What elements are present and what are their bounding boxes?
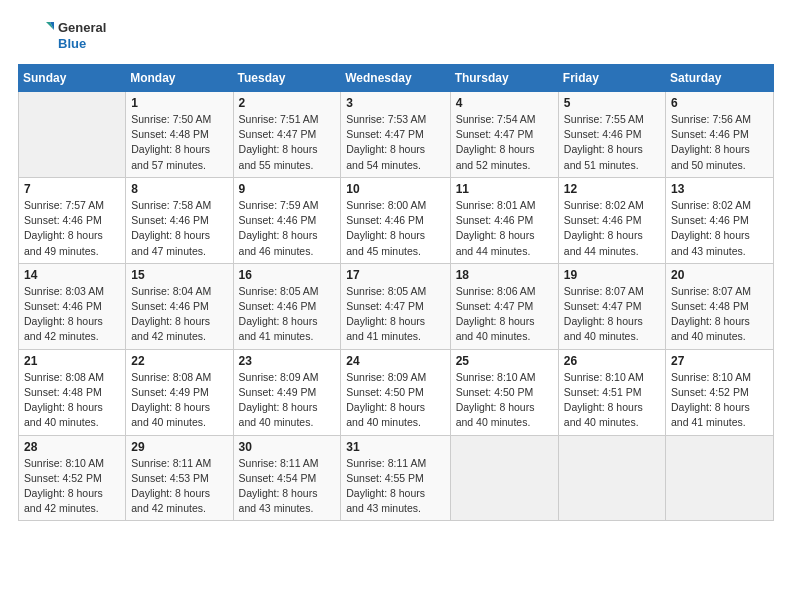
day-info: Sunrise: 8:10 AMSunset: 4:51 PMDaylight:… (564, 370, 660, 431)
weekday-header: Tuesday (233, 65, 341, 92)
calendar-cell: 27Sunrise: 8:10 AMSunset: 4:52 PMDayligh… (666, 349, 774, 435)
calendar-cell (19, 92, 126, 178)
calendar-cell: 9Sunrise: 7:59 AMSunset: 4:46 PMDaylight… (233, 177, 341, 263)
day-number: 23 (239, 354, 336, 368)
day-info: Sunrise: 7:57 AMSunset: 4:46 PMDaylight:… (24, 198, 120, 259)
day-number: 18 (456, 268, 553, 282)
calendar-table: SundayMondayTuesdayWednesdayThursdayFrid… (18, 64, 774, 521)
day-number: 4 (456, 96, 553, 110)
page: General Blue SundayMondayTuesdayWednesda… (0, 0, 792, 612)
day-number: 28 (24, 440, 120, 454)
calendar-cell: 23Sunrise: 8:09 AMSunset: 4:49 PMDayligh… (233, 349, 341, 435)
day-info: Sunrise: 8:10 AMSunset: 4:50 PMDaylight:… (456, 370, 553, 431)
day-info: Sunrise: 7:53 AMSunset: 4:47 PMDaylight:… (346, 112, 444, 173)
day-info: Sunrise: 8:09 AMSunset: 4:50 PMDaylight:… (346, 370, 444, 431)
day-number: 29 (131, 440, 227, 454)
day-info: Sunrise: 7:55 AMSunset: 4:46 PMDaylight:… (564, 112, 660, 173)
day-number: 12 (564, 182, 660, 196)
calendar-week-row: 28Sunrise: 8:10 AMSunset: 4:52 PMDayligh… (19, 435, 774, 521)
calendar-cell (558, 435, 665, 521)
calendar-cell: 11Sunrise: 8:01 AMSunset: 4:46 PMDayligh… (450, 177, 558, 263)
day-info: Sunrise: 7:56 AMSunset: 4:46 PMDaylight:… (671, 112, 768, 173)
day-info: Sunrise: 8:11 AMSunset: 4:54 PMDaylight:… (239, 456, 336, 517)
day-info: Sunrise: 8:09 AMSunset: 4:49 PMDaylight:… (239, 370, 336, 431)
calendar-cell: 2Sunrise: 7:51 AMSunset: 4:47 PMDaylight… (233, 92, 341, 178)
day-info: Sunrise: 8:06 AMSunset: 4:47 PMDaylight:… (456, 284, 553, 345)
day-info: Sunrise: 7:54 AMSunset: 4:47 PMDaylight:… (456, 112, 553, 173)
day-info: Sunrise: 8:11 AMSunset: 4:55 PMDaylight:… (346, 456, 444, 517)
day-info: Sunrise: 8:08 AMSunset: 4:49 PMDaylight:… (131, 370, 227, 431)
day-number: 27 (671, 354, 768, 368)
calendar-cell: 25Sunrise: 8:10 AMSunset: 4:50 PMDayligh… (450, 349, 558, 435)
calendar-cell (666, 435, 774, 521)
calendar-cell: 12Sunrise: 8:02 AMSunset: 4:46 PMDayligh… (558, 177, 665, 263)
calendar-cell: 24Sunrise: 8:09 AMSunset: 4:50 PMDayligh… (341, 349, 450, 435)
day-info: Sunrise: 7:58 AMSunset: 4:46 PMDaylight:… (131, 198, 227, 259)
calendar-cell: 8Sunrise: 7:58 AMSunset: 4:46 PMDaylight… (126, 177, 233, 263)
calendar-cell: 29Sunrise: 8:11 AMSunset: 4:53 PMDayligh… (126, 435, 233, 521)
calendar-cell: 14Sunrise: 8:03 AMSunset: 4:46 PMDayligh… (19, 263, 126, 349)
day-number: 2 (239, 96, 336, 110)
calendar-cell: 13Sunrise: 8:02 AMSunset: 4:46 PMDayligh… (666, 177, 774, 263)
day-info: Sunrise: 8:07 AMSunset: 4:47 PMDaylight:… (564, 284, 660, 345)
calendar-body: 1Sunrise: 7:50 AMSunset: 4:48 PMDaylight… (19, 92, 774, 521)
weekday-row: SundayMondayTuesdayWednesdayThursdayFrid… (19, 65, 774, 92)
calendar-week-row: 14Sunrise: 8:03 AMSunset: 4:46 PMDayligh… (19, 263, 774, 349)
day-info: Sunrise: 7:59 AMSunset: 4:46 PMDaylight:… (239, 198, 336, 259)
logo-blue: Blue (58, 36, 106, 52)
day-info: Sunrise: 8:04 AMSunset: 4:46 PMDaylight:… (131, 284, 227, 345)
day-number: 26 (564, 354, 660, 368)
weekday-header: Saturday (666, 65, 774, 92)
day-number: 15 (131, 268, 227, 282)
day-number: 19 (564, 268, 660, 282)
calendar-cell: 4Sunrise: 7:54 AMSunset: 4:47 PMDaylight… (450, 92, 558, 178)
calendar-cell: 26Sunrise: 8:10 AMSunset: 4:51 PMDayligh… (558, 349, 665, 435)
calendar-cell: 30Sunrise: 8:11 AMSunset: 4:54 PMDayligh… (233, 435, 341, 521)
logo-general: General (58, 20, 106, 36)
day-number: 3 (346, 96, 444, 110)
weekday-header: Monday (126, 65, 233, 92)
day-info: Sunrise: 7:50 AMSunset: 4:48 PMDaylight:… (131, 112, 227, 173)
day-info: Sunrise: 8:03 AMSunset: 4:46 PMDaylight:… (24, 284, 120, 345)
day-number: 5 (564, 96, 660, 110)
day-number: 13 (671, 182, 768, 196)
calendar-cell: 19Sunrise: 8:07 AMSunset: 4:47 PMDayligh… (558, 263, 665, 349)
weekday-header: Friday (558, 65, 665, 92)
calendar-cell (450, 435, 558, 521)
calendar-cell: 17Sunrise: 8:05 AMSunset: 4:47 PMDayligh… (341, 263, 450, 349)
weekday-header: Sunday (19, 65, 126, 92)
calendar-cell: 28Sunrise: 8:10 AMSunset: 4:52 PMDayligh… (19, 435, 126, 521)
day-info: Sunrise: 8:00 AMSunset: 4:46 PMDaylight:… (346, 198, 444, 259)
day-number: 11 (456, 182, 553, 196)
day-info: Sunrise: 8:02 AMSunset: 4:46 PMDaylight:… (564, 198, 660, 259)
day-number: 8 (131, 182, 227, 196)
day-info: Sunrise: 7:51 AMSunset: 4:47 PMDaylight:… (239, 112, 336, 173)
day-number: 31 (346, 440, 444, 454)
calendar-cell: 1Sunrise: 7:50 AMSunset: 4:48 PMDaylight… (126, 92, 233, 178)
day-number: 6 (671, 96, 768, 110)
header: General Blue (18, 18, 774, 54)
day-number: 21 (24, 354, 120, 368)
day-number: 1 (131, 96, 227, 110)
logo-text: General Blue (58, 20, 106, 51)
calendar-cell: 21Sunrise: 8:08 AMSunset: 4:48 PMDayligh… (19, 349, 126, 435)
day-info: Sunrise: 8:01 AMSunset: 4:46 PMDaylight:… (456, 198, 553, 259)
day-number: 16 (239, 268, 336, 282)
logo: General Blue (18, 18, 106, 54)
calendar-cell: 5Sunrise: 7:55 AMSunset: 4:46 PMDaylight… (558, 92, 665, 178)
calendar-week-row: 7Sunrise: 7:57 AMSunset: 4:46 PMDaylight… (19, 177, 774, 263)
day-number: 24 (346, 354, 444, 368)
day-info: Sunrise: 8:02 AMSunset: 4:46 PMDaylight:… (671, 198, 768, 259)
day-number: 9 (239, 182, 336, 196)
day-info: Sunrise: 8:05 AMSunset: 4:46 PMDaylight:… (239, 284, 336, 345)
calendar-cell: 3Sunrise: 7:53 AMSunset: 4:47 PMDaylight… (341, 92, 450, 178)
calendar-cell: 10Sunrise: 8:00 AMSunset: 4:46 PMDayligh… (341, 177, 450, 263)
day-info: Sunrise: 8:05 AMSunset: 4:47 PMDaylight:… (346, 284, 444, 345)
calendar-week-row: 21Sunrise: 8:08 AMSunset: 4:48 PMDayligh… (19, 349, 774, 435)
day-number: 17 (346, 268, 444, 282)
day-info: Sunrise: 8:08 AMSunset: 4:48 PMDaylight:… (24, 370, 120, 431)
day-info: Sunrise: 8:11 AMSunset: 4:53 PMDaylight:… (131, 456, 227, 517)
calendar-cell: 7Sunrise: 7:57 AMSunset: 4:46 PMDaylight… (19, 177, 126, 263)
day-number: 7 (24, 182, 120, 196)
day-number: 14 (24, 268, 120, 282)
